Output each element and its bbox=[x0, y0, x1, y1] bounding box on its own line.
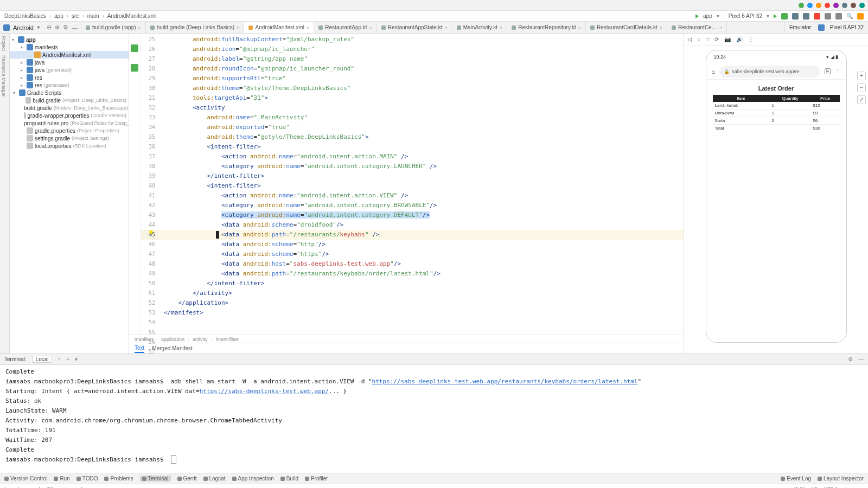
sync-icon[interactable] bbox=[857, 13, 864, 20]
left-tool-stripe[interactable]: Project Resource Manager bbox=[0, 34, 10, 354]
tool-window-button[interactable]: Gerrit bbox=[177, 476, 197, 481]
gear-icon[interactable]: ⚙ bbox=[63, 24, 68, 31]
home-icon[interactable]: ○ bbox=[697, 36, 700, 42]
tree-item[interactable]: settings.gradle (Project Settings) bbox=[10, 134, 129, 142]
close-tab-icon[interactable]: × bbox=[444, 25, 447, 30]
apply-changes-icon[interactable] bbox=[781, 13, 788, 20]
zoom-fit-button[interactable]: ⤢ bbox=[857, 95, 866, 104]
editor-tab[interactable]: RestaurantAppState.kt× bbox=[377, 22, 452, 33]
breadcrumb-item[interactable]: DeepLinksBasics bbox=[4, 13, 46, 19]
resource-manager-tool-button[interactable]: Resource Manager bbox=[1, 55, 8, 97]
editor-tab[interactable]: RestaurantCe…× bbox=[667, 22, 727, 33]
stop-icon[interactable] bbox=[814, 13, 820, 20]
breadcrumb-item[interactable]: main bbox=[87, 13, 99, 19]
debug-icon[interactable] bbox=[792, 13, 799, 20]
breadcrumb-item[interactable]: app bbox=[54, 13, 63, 19]
close-tab-icon[interactable]: × bbox=[500, 25, 502, 30]
close-tab-icon[interactable]: × bbox=[138, 25, 141, 30]
editor-tab[interactable]: RestaurantCardDetails.kt× bbox=[586, 22, 667, 33]
tree-item[interactable]: ▸java (generated) bbox=[10, 66, 129, 74]
editor-tab[interactable]: RestaurantApp.kt× bbox=[314, 22, 377, 33]
hide-icon[interactable]: — bbox=[858, 356, 864, 362]
browser-home-icon[interactable]: ⌂ bbox=[712, 68, 716, 75]
close-tab-icon[interactable]: × bbox=[237, 25, 239, 30]
profile-icon[interactable] bbox=[803, 13, 809, 20]
tool-window-button[interactable]: App Inspection bbox=[232, 476, 274, 481]
run-config-selector[interactable]: app bbox=[703, 13, 712, 19]
intention-bulb-icon[interactable]: 💡 bbox=[148, 230, 154, 236]
run-gutter-icon[interactable] bbox=[131, 64, 138, 72]
editor-tab[interactable]: RestaurantRepository.kt× bbox=[507, 22, 586, 33]
run-gutter-icon[interactable] bbox=[131, 44, 138, 52]
device-selector[interactable]: Pixel 6 API 32 bbox=[729, 13, 762, 19]
avd-icon[interactable] bbox=[825, 13, 831, 20]
browser-menu-icon[interactable]: ⋮ bbox=[835, 68, 841, 75]
tree-item[interactable]: build.gradle (Project: Deep_Links_Basics… bbox=[10, 97, 129, 104]
breadcrumb[interactable]: DeepLinksBasicsappsrcmainAndroidManifest… bbox=[4, 13, 156, 19]
zoom-in-button[interactable]: + bbox=[857, 72, 866, 80]
breadcrumb-item[interactable]: src bbox=[72, 13, 79, 19]
tool-window-button[interactable]: Terminal bbox=[140, 476, 171, 481]
tree-item[interactable]: gradle-wrapper.properties (Gradle Versio… bbox=[10, 112, 129, 119]
tree-item[interactable]: ▸res bbox=[10, 74, 129, 81]
tool-window-button[interactable]: Build bbox=[280, 476, 298, 481]
overview-icon[interactable]: □ bbox=[706, 36, 709, 42]
search-icon[interactable]: 🔍 bbox=[846, 13, 853, 19]
status-indicator[interactable]: 45:59 bbox=[793, 486, 805, 489]
terminal-output[interactable]: Completeiamsabs-macbookpro3:DeepLinksBas… bbox=[0, 365, 868, 473]
tool-window-button[interactable]: Run bbox=[54, 476, 69, 481]
code-content[interactable]: android:fullBackupContent="@xml/backup_r… bbox=[158, 34, 684, 354]
tool-window-button[interactable]: Layout Inspector bbox=[818, 476, 864, 481]
more-icon[interactable]: ⋮ bbox=[748, 36, 754, 42]
editor-tab[interactable]: build.gradle (Deep Links Basics)× bbox=[146, 22, 245, 33]
reader-icon[interactable]: ⎘ bbox=[825, 68, 831, 74]
tree-item[interactable]: AndroidManifest.xml bbox=[10, 51, 129, 59]
tree-root[interactable]: ▾app bbox=[10, 36, 129, 43]
volume-icon[interactable]: 🔊 bbox=[736, 36, 743, 42]
tool-window-button[interactable]: Problems bbox=[104, 476, 133, 481]
editor-tab[interactable]: build.gradle (:app)× bbox=[81, 22, 146, 33]
expand-icon[interactable]: ⊕ bbox=[55, 24, 60, 31]
rotate-icon[interactable]: ⟳ bbox=[714, 36, 719, 42]
close-tab-icon[interactable]: × bbox=[578, 25, 581, 30]
collapse-icon[interactable]: ⊖ bbox=[47, 24, 52, 31]
tree-item[interactable]: ▸java bbox=[10, 59, 129, 66]
terminal-tab-close-icon[interactable]: × bbox=[58, 356, 61, 362]
browser-url-bar[interactable]: 🔒 sabs-deeplinks-test.web.app/re bbox=[719, 66, 820, 78]
run-button[interactable] bbox=[774, 14, 777, 18]
tool-window-button[interactable]: Profiler bbox=[305, 476, 328, 481]
status-indicator[interactable]: UTF-8 bbox=[824, 486, 838, 489]
emulator-device[interactable]: Pixel 6 API 32 bbox=[830, 24, 864, 30]
breadcrumb-item[interactable]: AndroidManifest.xml bbox=[107, 13, 157, 19]
tree-item[interactable]: ▸res (generated) bbox=[10, 81, 129, 89]
project-tool-button[interactable]: Project bbox=[1, 36, 8, 51]
editor-tab[interactable]: AndroidManifest.xml× bbox=[244, 22, 314, 33]
tree-item[interactable]: local.properties (SDK Location) bbox=[10, 142, 129, 150]
status-indicator[interactable]: 4 spaces bbox=[844, 486, 864, 489]
tool-window-button[interactable]: TODO bbox=[76, 476, 98, 481]
tool-window-button[interactable]: Logcat bbox=[203, 476, 226, 481]
editor[interactable]: 25 26 27 28 29 30 31 32 33 34 35 36 37 3… bbox=[129, 34, 684, 354]
tree-item[interactable]: build.gradle (Module: Deep_Links_Basics.… bbox=[10, 104, 129, 112]
sdk-icon[interactable] bbox=[835, 13, 842, 20]
tool-window-button[interactable]: Event Log bbox=[781, 476, 811, 481]
status-indicator[interactable]: LF bbox=[812, 486, 818, 489]
close-tab-icon[interactable]: × bbox=[719, 25, 722, 30]
project-view-dropdown[interactable]: Android bbox=[13, 24, 34, 31]
emulator-screen[interactable]: 10:24 ▾ ◢ ▮ ⌂ 🔒 sabs-deeplinks-test.web.… bbox=[706, 50, 847, 343]
editor-tab[interactable]: MainActivity.kt× bbox=[452, 22, 507, 33]
hide-icon[interactable]: — bbox=[72, 24, 78, 31]
editor-sub-tab[interactable]: Text bbox=[135, 344, 144, 353]
terminal-tab[interactable]: Local bbox=[32, 356, 53, 363]
close-tab-icon[interactable]: × bbox=[369, 25, 372, 30]
gear-icon[interactable]: ⚙ bbox=[848, 356, 853, 362]
tree-item[interactable]: ▾manifests bbox=[10, 43, 129, 51]
zoom-out-button[interactable]: − bbox=[857, 84, 866, 92]
close-tab-icon[interactable]: × bbox=[660, 25, 662, 30]
tree-item[interactable]: gradle.properties (Project Properties) bbox=[10, 127, 129, 134]
new-terminal-tab-button[interactable]: + bbox=[66, 356, 69, 362]
tree-item[interactable]: ▾Gradle Scripts bbox=[10, 89, 129, 97]
screenshot-icon[interactable]: 📷 bbox=[724, 36, 731, 42]
close-tab-icon[interactable]: × bbox=[307, 25, 309, 30]
back-icon[interactable]: ◁ bbox=[687, 36, 692, 42]
